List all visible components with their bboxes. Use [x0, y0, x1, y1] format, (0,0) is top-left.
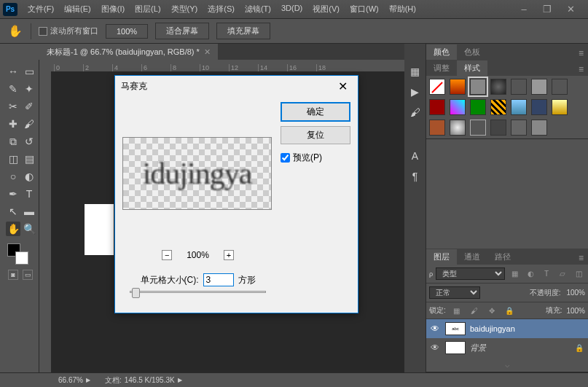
- blend-mode-select[interactable]: 正常: [429, 286, 480, 299]
- cell-size-input[interactable]: [203, 273, 234, 286]
- eyedropper-tool[interactable]: ✐: [22, 99, 36, 114]
- style-swatch[interactable]: [470, 79, 486, 95]
- color-swatches[interactable]: [6, 239, 37, 262]
- menu-type[interactable]: 类型(Y): [167, 2, 203, 16]
- fit-screen-button[interactable]: 适合屏幕: [155, 23, 209, 39]
- layer-name[interactable]: 背景: [470, 343, 571, 353]
- visibility-icon[interactable]: 👁: [431, 324, 441, 334]
- style-swatch[interactable]: [490, 99, 506, 115]
- dropdown-icon[interactable]: ▶: [178, 377, 182, 383]
- move-tool[interactable]: ↔: [6, 64, 20, 79]
- zoom-tool[interactable]: 🔍: [22, 222, 36, 236]
- path-tool[interactable]: ↖: [6, 204, 20, 219]
- panel-menu-icon[interactable]: ≡: [574, 251, 588, 265]
- lasso-tool[interactable]: ✎: [6, 82, 20, 96]
- layer-thumbnail[interactable]: [445, 341, 466, 354]
- menu-view[interactable]: 视图(V): [308, 2, 344, 16]
- select-tool[interactable]: ▭: [22, 64, 36, 79]
- style-swatch[interactable]: [450, 79, 466, 95]
- close-tab-icon[interactable]: ✕: [204, 47, 211, 57]
- scroll-all-option[interactable]: 滚动所有窗口: [39, 26, 98, 36]
- quick-mask-icon[interactable]: ◙: [8, 270, 18, 280]
- style-swatch[interactable]: [552, 79, 568, 95]
- tab-paths[interactable]: 路径: [487, 249, 518, 265]
- style-swatch[interactable]: [511, 120, 527, 136]
- filter-type-icon[interactable]: T: [540, 269, 553, 279]
- foreground-color[interactable]: [7, 243, 20, 257]
- canvas[interactable]: [85, 204, 114, 255]
- panel-resize-handle[interactable]: ⌵: [426, 357, 588, 372]
- filter-adjust-icon[interactable]: ◐: [524, 269, 537, 279]
- checkbox-icon[interactable]: [39, 27, 47, 36]
- visibility-icon[interactable]: 👁: [431, 343, 441, 353]
- gradient-tool[interactable]: ▤: [22, 152, 36, 166]
- panel-menu-icon[interactable]: ≡: [574, 47, 588, 60]
- tab-swatches[interactable]: 色板: [457, 44, 487, 60]
- opacity-value[interactable]: 100%: [566, 289, 585, 297]
- style-swatch[interactable]: [552, 99, 568, 115]
- hand-tool-icon[interactable]: ✋: [7, 23, 23, 39]
- restore-button[interactable]: ❐: [538, 4, 556, 15]
- style-swatch[interactable]: [531, 99, 547, 115]
- eraser-tool[interactable]: ◫: [6, 152, 20, 166]
- reset-button[interactable]: 复位: [281, 126, 350, 144]
- close-button[interactable]: ✕: [562, 4, 579, 15]
- style-swatch[interactable]: [450, 99, 466, 115]
- layer-thumbnail[interactable]: abc: [445, 322, 466, 335]
- filter-shape-icon[interactable]: ▱: [556, 269, 569, 279]
- shape-tool[interactable]: ▬: [22, 204, 36, 219]
- preview-checkbox[interactable]: 预览(P): [281, 152, 350, 164]
- style-swatch[interactable]: [490, 79, 506, 95]
- type-tool[interactable]: T: [22, 187, 36, 201]
- style-swatch[interactable]: [450, 120, 466, 136]
- zoom-100-button[interactable]: 100%: [106, 24, 148, 39]
- document-tab[interactable]: 未标题-1 @ 66.7% (baidujingyan, RGB/8) * ✕: [39, 44, 218, 60]
- menu-window[interactable]: 窗口(W): [345, 2, 383, 16]
- lock-pos-icon[interactable]: ✥: [485, 305, 498, 316]
- slider-thumb[interactable]: [132, 288, 140, 298]
- cell-size-slider[interactable]: [130, 291, 266, 293]
- style-swatch[interactable]: [429, 99, 445, 115]
- stamp-tool[interactable]: ⧉: [6, 134, 20, 149]
- preview-area[interactable]: idujingya: [122, 137, 272, 210]
- tab-adjustments[interactable]: 调整: [426, 60, 457, 76]
- layer-row[interactable]: 👁 背景 🔒: [426, 338, 588, 357]
- paragraph-icon[interactable]: ¶: [412, 171, 418, 182]
- lock-paint-icon[interactable]: 🖌: [468, 305, 481, 316]
- dodge-tool[interactable]: ◐: [22, 169, 36, 184]
- tab-channels[interactable]: 通道: [457, 249, 487, 265]
- playback-icon[interactable]: ▶: [411, 86, 419, 98]
- preview-check-input[interactable]: [281, 153, 290, 163]
- style-swatch[interactable]: [490, 120, 506, 136]
- style-swatch[interactable]: [470, 99, 486, 115]
- brush-tool[interactable]: 🖌: [22, 117, 36, 131]
- layer-name[interactable]: baidujingyan: [470, 324, 584, 333]
- menu-3d[interactable]: 3D(D): [277, 2, 307, 16]
- character-icon[interactable]: A: [412, 150, 418, 162]
- wand-tool[interactable]: ✦: [22, 82, 36, 96]
- ok-button[interactable]: 确定: [281, 102, 350, 122]
- fill-screen-button[interactable]: 填充屏幕: [216, 23, 270, 39]
- background-color[interactable]: [15, 251, 28, 265]
- style-swatch[interactable]: [531, 79, 547, 95]
- heal-tool[interactable]: ✚: [6, 117, 20, 131]
- zoom-in-button[interactable]: +: [224, 250, 234, 260]
- menu-select[interactable]: 选择(S): [203, 2, 239, 16]
- layer-kind-select[interactable]: 类型: [436, 267, 505, 280]
- filter-smart-icon[interactable]: ◫: [572, 269, 585, 279]
- minimize-button[interactable]: –: [515, 4, 533, 15]
- status-zoom[interactable]: 66.67% ▶: [58, 376, 90, 384]
- dialog-close-icon[interactable]: ✕: [334, 79, 352, 93]
- layer-row[interactable]: 👁 abc baidujingyan: [426, 319, 588, 338]
- menu-layer[interactable]: 图层(L): [130, 2, 165, 16]
- panel-menu-icon[interactable]: ≡: [574, 63, 588, 76]
- filter-pixel-icon[interactable]: ▦: [508, 269, 521, 279]
- pen-tool[interactable]: ✒: [6, 187, 20, 201]
- fill-value[interactable]: 100%: [566, 307, 585, 315]
- menu-edit[interactable]: 编辑(E): [60, 2, 95, 16]
- blur-tool[interactable]: ○: [6, 169, 20, 184]
- style-swatch[interactable]: [429, 120, 445, 136]
- lock-trans-icon[interactable]: ▦: [450, 305, 463, 316]
- brush-panel-icon[interactable]: 🖌: [410, 106, 420, 118]
- dropdown-icon[interactable]: ▶: [86, 377, 90, 383]
